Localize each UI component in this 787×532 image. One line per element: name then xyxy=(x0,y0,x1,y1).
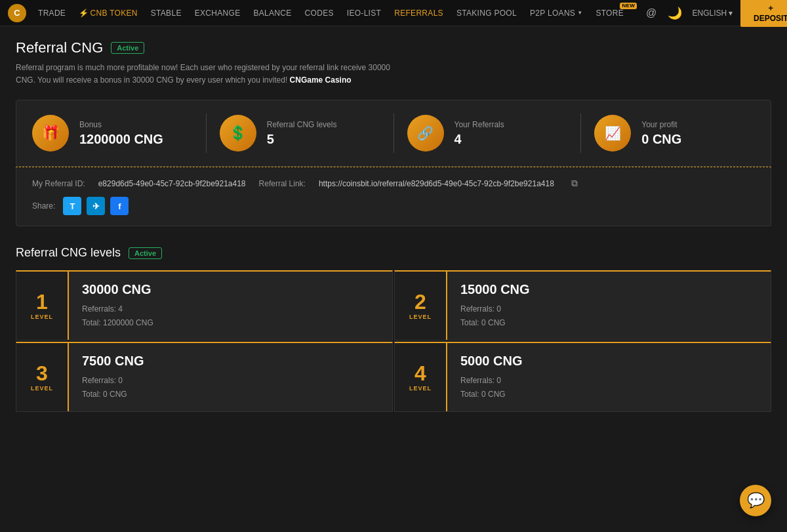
nav-cnb-token[interactable]: ⚡ CNB TOKEN xyxy=(73,0,143,26)
nav-referrals[interactable]: REFERRALS xyxy=(389,0,449,26)
level-total-2: Total: 0 CNG xyxy=(460,316,757,329)
nav-ieo-list[interactable]: IEO-LIST xyxy=(342,0,386,26)
level-cng-1: 30000 CNG xyxy=(82,282,379,297)
share-twitter-button[interactable]: T xyxy=(63,197,81,215)
nav-store[interactable]: NEW STORE xyxy=(590,0,637,26)
page-title: Referral CNG xyxy=(16,39,103,56)
stat-divider-3 xyxy=(580,113,581,153)
stat-profit: 📈 Your profit 0 CNG xyxy=(594,115,755,152)
share-facebook-button[interactable]: f xyxy=(110,197,129,215)
level-card-content-4: 5000 CNG Referrals: 0 Total: 0 CNG xyxy=(447,343,771,411)
levels-value: 5 xyxy=(267,132,337,147)
level-total-1: Total: 1200000 CNG xyxy=(82,316,379,329)
share-telegram-button[interactable]: ✈ xyxy=(87,197,105,215)
nav-logo[interactable]: C xyxy=(8,4,26,22)
level-total-3: Total: 0 CNG xyxy=(82,388,379,401)
level-label-2: LEVEL xyxy=(409,314,432,320)
level-number-block-2: 2 LEVEL xyxy=(395,272,447,340)
share-row: Share: T ✈ f xyxy=(32,197,755,215)
referrals-label: Your Referrals xyxy=(454,120,504,129)
level-card-1: 1 LEVEL 30000 CNG Referrals: 4 Total: 12… xyxy=(16,270,393,340)
levels-label: Referral CNG levels xyxy=(267,120,337,129)
nav-balance[interactable]: BALANCE xyxy=(248,0,296,26)
levels-grid: 1 LEVEL 30000 CNG Referrals: 4 Total: 12… xyxy=(16,270,771,412)
copy-link-button[interactable]: ⧉ xyxy=(571,178,578,189)
stat-referrals: 🔗 Your Referrals 4 xyxy=(407,115,568,152)
referral-info-section: My Referral ID: e829d6d5-49e0-45c7-92cb-… xyxy=(16,167,771,226)
theme-toggle[interactable]: 🌙 xyxy=(666,3,684,24)
bonus-label: Bonus xyxy=(79,120,163,129)
referrals-value: 4 xyxy=(454,132,504,147)
nav-stable[interactable]: STABLE xyxy=(146,0,187,26)
referral-id-row: My Referral ID: e829d6d5-49e0-45c7-92cb-… xyxy=(32,178,755,189)
level-card-content-3: 7500 CNG Referrals: 0 Total: 0 CNG xyxy=(69,343,392,411)
level-cng-2: 15000 CNG xyxy=(460,282,757,297)
level-referrals-1: Referrals: 4 xyxy=(82,302,379,316)
bolt-icon: ⚡ xyxy=(79,9,89,18)
level-label-1: LEVEL xyxy=(31,314,53,320)
levels-active-badge: Active xyxy=(129,247,162,259)
language-selector[interactable]: ENGLISH ▾ xyxy=(690,9,736,18)
main-content: Referral CNG Active Referral program is … xyxy=(0,26,787,425)
level-card-content-1: 30000 CNG Referrals: 4 Total: 1200000 CN… xyxy=(69,272,392,340)
lang-chevron-icon: ▾ xyxy=(729,9,733,18)
level-referrals-2: Referrals: 0 xyxy=(460,302,757,316)
nav-trade[interactable]: TRADE xyxy=(33,0,71,26)
nav-p2p-loans[interactable]: P2P LOANS ▼ xyxy=(525,0,588,26)
profit-value: 0 CNG xyxy=(641,132,681,147)
stat-divider-1 xyxy=(206,113,207,153)
levels-title-row: Referral CNG levels Active xyxy=(16,246,771,260)
referral-link-label: Referral Link: xyxy=(259,179,306,188)
nav-codes[interactable]: CODES xyxy=(300,0,339,26)
level-referrals-4: Referrals: 0 xyxy=(460,374,757,387)
level-card-content-2: 15000 CNG Referrals: 0 Total: 0 CNG xyxy=(447,272,771,340)
bonus-icon: 🎁 xyxy=(32,115,69,152)
dropdown-arrow-icon: ▼ xyxy=(577,10,582,16)
level-num-3: 3 xyxy=(36,363,48,384)
nav-right-area: @ 🌙 ENGLISH ▾ ＋ DEPOSIT 👤 nguyenbatung01… xyxy=(642,0,787,27)
referrals-icon: 🔗 xyxy=(407,115,444,152)
level-number-block-3: 3 LEVEL xyxy=(16,343,69,411)
level-number-block-1: 1 LEVEL xyxy=(16,272,69,340)
level-num-2: 2 xyxy=(414,291,426,312)
profit-icon: 📈 xyxy=(594,115,631,152)
level-total-4: Total: 0 CNG xyxy=(460,388,757,401)
referral-active-badge: Active xyxy=(111,42,144,54)
level-cng-4: 5000 CNG xyxy=(460,354,757,369)
referral-link-value: https://coinsbit.io/referral/e829d6d5-49… xyxy=(319,179,554,188)
new-badge: NEW xyxy=(620,3,637,9)
bonus-value: 1200000 CNG xyxy=(79,132,163,147)
levels-title: Referral CNG levels xyxy=(16,246,121,260)
stat-levels: 💲 Referral CNG levels 5 xyxy=(220,115,380,152)
level-number-block-4: 4 LEVEL xyxy=(395,343,447,411)
level-num-1: 1 xyxy=(36,291,48,312)
profit-label: Your profit xyxy=(641,120,681,129)
page-title-row: Referral CNG Active xyxy=(16,39,771,56)
level-card-3: 3 LEVEL 7500 CNG Referrals: 0 Total: 0 C… xyxy=(16,342,393,412)
level-card-2: 2 LEVEL 15000 CNG Referrals: 0 Total: 0 … xyxy=(394,270,771,340)
stats-card: 🎁 Bonus 1200000 CNG 💲 Referral CNG level… xyxy=(16,100,771,167)
share-label: Share: xyxy=(32,201,55,211)
stat-bonus: 🎁 Bonus 1200000 CNG xyxy=(32,115,193,152)
level-label-3: LEVEL xyxy=(31,385,53,392)
level-card-4: 4 LEVEL 5000 CNG Referrals: 0 Total: 0 C… xyxy=(394,342,771,412)
level-num-4: 4 xyxy=(414,363,426,384)
level-cng-3: 7500 CNG xyxy=(82,354,379,369)
level-referrals-3: Referrals: 0 xyxy=(82,374,379,387)
at-icon-btn[interactable]: @ xyxy=(642,3,660,24)
level-label-4: LEVEL xyxy=(409,385,432,392)
stat-divider-2 xyxy=(394,113,394,153)
referral-id-label: My Referral ID: xyxy=(32,179,85,188)
levels-icon: 💲 xyxy=(220,115,256,152)
referral-id-value: e829d6d5-49e0-45c7-92cb-9f2be921a418 xyxy=(98,179,246,188)
nav-exchange[interactable]: EXCHANGE xyxy=(190,0,246,26)
deposit-button[interactable]: ＋ DEPOSIT xyxy=(740,0,787,27)
page-description: Referral program is much more profitable… xyxy=(16,62,409,87)
navbar: C TRADE ⚡ CNB TOKEN STABLE EXCHANGE BALA… xyxy=(0,0,787,26)
nav-staking-pool[interactable]: STAKING POOL xyxy=(451,0,522,26)
